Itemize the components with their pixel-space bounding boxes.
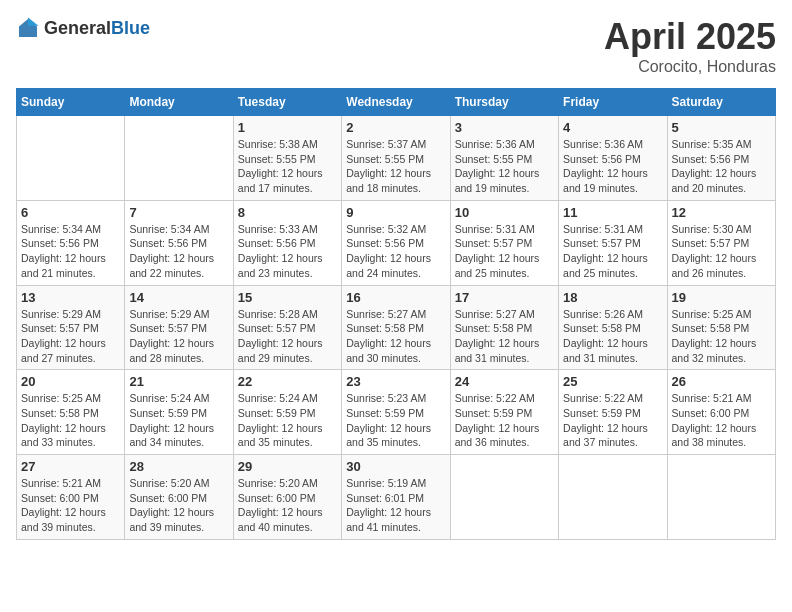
day-cell: 24Sunrise: 5:22 AMSunset: 5:59 PMDayligh… (450, 370, 558, 455)
day-number: 16 (346, 290, 445, 305)
day-info: Sunrise: 5:34 AMSunset: 5:56 PMDaylight:… (21, 222, 120, 281)
location-title: Corocito, Honduras (604, 58, 776, 76)
week-row-5: 27Sunrise: 5:21 AMSunset: 6:00 PMDayligh… (17, 455, 776, 540)
day-number: 21 (129, 374, 228, 389)
day-cell: 22Sunrise: 5:24 AMSunset: 5:59 PMDayligh… (233, 370, 341, 455)
day-number: 6 (21, 205, 120, 220)
week-row-1: 1Sunrise: 5:38 AMSunset: 5:55 PMDaylight… (17, 116, 776, 201)
month-title: April 2025 (604, 16, 776, 58)
day-cell: 25Sunrise: 5:22 AMSunset: 5:59 PMDayligh… (559, 370, 667, 455)
logo-text: GeneralBlue (44, 18, 150, 39)
day-cell: 15Sunrise: 5:28 AMSunset: 5:57 PMDayligh… (233, 285, 341, 370)
day-cell: 29Sunrise: 5:20 AMSunset: 6:00 PMDayligh… (233, 455, 341, 540)
day-cell: 2Sunrise: 5:37 AMSunset: 5:55 PMDaylight… (342, 116, 450, 201)
calendar-header-row: SundayMondayTuesdayWednesdayThursdayFrid… (17, 89, 776, 116)
day-number: 27 (21, 459, 120, 474)
svg-marker-2 (28, 18, 39, 26)
day-cell: 21Sunrise: 5:24 AMSunset: 5:59 PMDayligh… (125, 370, 233, 455)
day-cell: 27Sunrise: 5:21 AMSunset: 6:00 PMDayligh… (17, 455, 125, 540)
day-info: Sunrise: 5:20 AMSunset: 6:00 PMDaylight:… (129, 476, 228, 535)
week-row-2: 6Sunrise: 5:34 AMSunset: 5:56 PMDaylight… (17, 200, 776, 285)
title-block: April 2025 Corocito, Honduras (604, 16, 776, 76)
day-info: Sunrise: 5:27 AMSunset: 5:58 PMDaylight:… (455, 307, 554, 366)
day-info: Sunrise: 5:19 AMSunset: 6:01 PMDaylight:… (346, 476, 445, 535)
day-cell: 6Sunrise: 5:34 AMSunset: 5:56 PMDaylight… (17, 200, 125, 285)
day-info: Sunrise: 5:29 AMSunset: 5:57 PMDaylight:… (129, 307, 228, 366)
day-info: Sunrise: 5:31 AMSunset: 5:57 PMDaylight:… (455, 222, 554, 281)
day-cell: 23Sunrise: 5:23 AMSunset: 5:59 PMDayligh… (342, 370, 450, 455)
day-cell: 10Sunrise: 5:31 AMSunset: 5:57 PMDayligh… (450, 200, 558, 285)
day-info: Sunrise: 5:25 AMSunset: 5:58 PMDaylight:… (21, 391, 120, 450)
day-number: 20 (21, 374, 120, 389)
day-cell: 8Sunrise: 5:33 AMSunset: 5:56 PMDaylight… (233, 200, 341, 285)
day-cell: 19Sunrise: 5:25 AMSunset: 5:58 PMDayligh… (667, 285, 775, 370)
day-info: Sunrise: 5:34 AMSunset: 5:56 PMDaylight:… (129, 222, 228, 281)
day-number: 25 (563, 374, 662, 389)
day-info: Sunrise: 5:36 AMSunset: 5:56 PMDaylight:… (563, 137, 662, 196)
day-cell (667, 455, 775, 540)
day-info: Sunrise: 5:22 AMSunset: 5:59 PMDaylight:… (455, 391, 554, 450)
day-cell: 26Sunrise: 5:21 AMSunset: 6:00 PMDayligh… (667, 370, 775, 455)
day-cell (125, 116, 233, 201)
logo: GeneralBlue (16, 16, 150, 40)
day-number: 10 (455, 205, 554, 220)
day-cell: 18Sunrise: 5:26 AMSunset: 5:58 PMDayligh… (559, 285, 667, 370)
week-row-3: 13Sunrise: 5:29 AMSunset: 5:57 PMDayligh… (17, 285, 776, 370)
day-cell: 9Sunrise: 5:32 AMSunset: 5:56 PMDaylight… (342, 200, 450, 285)
day-info: Sunrise: 5:26 AMSunset: 5:58 PMDaylight:… (563, 307, 662, 366)
column-header-thursday: Thursday (450, 89, 558, 116)
day-number: 14 (129, 290, 228, 305)
day-cell: 7Sunrise: 5:34 AMSunset: 5:56 PMDaylight… (125, 200, 233, 285)
day-number: 2 (346, 120, 445, 135)
day-info: Sunrise: 5:24 AMSunset: 5:59 PMDaylight:… (129, 391, 228, 450)
day-cell: 4Sunrise: 5:36 AMSunset: 5:56 PMDaylight… (559, 116, 667, 201)
day-number: 19 (672, 290, 771, 305)
day-number: 15 (238, 290, 337, 305)
day-info: Sunrise: 5:33 AMSunset: 5:56 PMDaylight:… (238, 222, 337, 281)
logo-blue: Blue (111, 18, 150, 38)
day-cell: 16Sunrise: 5:27 AMSunset: 5:58 PMDayligh… (342, 285, 450, 370)
day-cell (559, 455, 667, 540)
page-header: GeneralBlue April 2025 Corocito, Hondura… (16, 16, 776, 76)
day-info: Sunrise: 5:23 AMSunset: 5:59 PMDaylight:… (346, 391, 445, 450)
day-cell: 1Sunrise: 5:38 AMSunset: 5:55 PMDaylight… (233, 116, 341, 201)
day-cell: 5Sunrise: 5:35 AMSunset: 5:56 PMDaylight… (667, 116, 775, 201)
day-info: Sunrise: 5:20 AMSunset: 6:00 PMDaylight:… (238, 476, 337, 535)
day-number: 9 (346, 205, 445, 220)
column-header-saturday: Saturday (667, 89, 775, 116)
day-cell (17, 116, 125, 201)
day-info: Sunrise: 5:24 AMSunset: 5:59 PMDaylight:… (238, 391, 337, 450)
day-info: Sunrise: 5:21 AMSunset: 6:00 PMDaylight:… (21, 476, 120, 535)
day-number: 5 (672, 120, 771, 135)
week-row-4: 20Sunrise: 5:25 AMSunset: 5:58 PMDayligh… (17, 370, 776, 455)
day-cell: 3Sunrise: 5:36 AMSunset: 5:55 PMDaylight… (450, 116, 558, 201)
day-number: 23 (346, 374, 445, 389)
day-number: 7 (129, 205, 228, 220)
day-info: Sunrise: 5:30 AMSunset: 5:57 PMDaylight:… (672, 222, 771, 281)
day-cell (450, 455, 558, 540)
day-info: Sunrise: 5:28 AMSunset: 5:57 PMDaylight:… (238, 307, 337, 366)
day-number: 13 (21, 290, 120, 305)
day-cell: 11Sunrise: 5:31 AMSunset: 5:57 PMDayligh… (559, 200, 667, 285)
day-number: 3 (455, 120, 554, 135)
day-number: 18 (563, 290, 662, 305)
calendar-table: SundayMondayTuesdayWednesdayThursdayFrid… (16, 88, 776, 540)
day-number: 24 (455, 374, 554, 389)
day-number: 28 (129, 459, 228, 474)
day-number: 4 (563, 120, 662, 135)
column-header-sunday: Sunday (17, 89, 125, 116)
day-info: Sunrise: 5:32 AMSunset: 5:56 PMDaylight:… (346, 222, 445, 281)
day-info: Sunrise: 5:21 AMSunset: 6:00 PMDaylight:… (672, 391, 771, 450)
calendar-body: 1Sunrise: 5:38 AMSunset: 5:55 PMDaylight… (17, 116, 776, 540)
day-number: 8 (238, 205, 337, 220)
day-info: Sunrise: 5:37 AMSunset: 5:55 PMDaylight:… (346, 137, 445, 196)
day-number: 11 (563, 205, 662, 220)
day-info: Sunrise: 5:36 AMSunset: 5:55 PMDaylight:… (455, 137, 554, 196)
day-number: 26 (672, 374, 771, 389)
column-header-friday: Friday (559, 89, 667, 116)
column-header-monday: Monday (125, 89, 233, 116)
day-cell: 14Sunrise: 5:29 AMSunset: 5:57 PMDayligh… (125, 285, 233, 370)
day-cell: 12Sunrise: 5:30 AMSunset: 5:57 PMDayligh… (667, 200, 775, 285)
day-cell: 17Sunrise: 5:27 AMSunset: 5:58 PMDayligh… (450, 285, 558, 370)
column-header-tuesday: Tuesday (233, 89, 341, 116)
